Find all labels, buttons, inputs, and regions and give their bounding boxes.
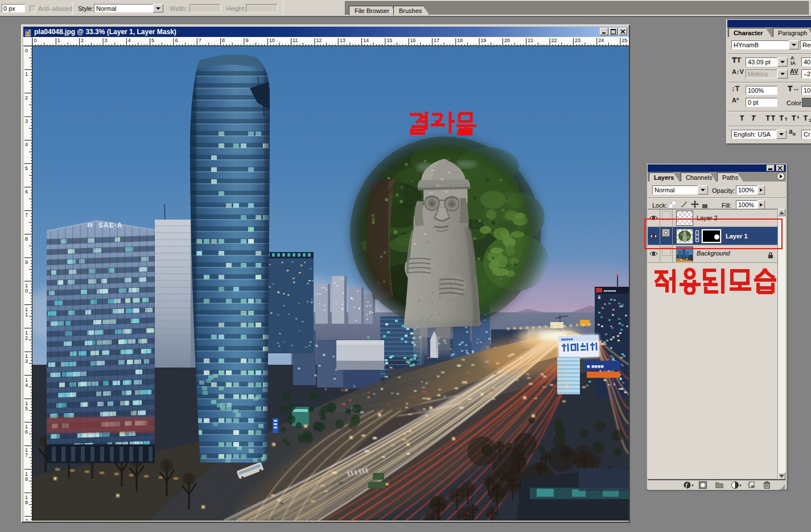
svg-text:3: 3: [105, 38, 108, 43]
svg-text:0: 0: [34, 38, 37, 43]
svg-text:3: 3: [25, 118, 28, 124]
svg-text:6: 6: [25, 429, 28, 435]
svg-text:4: 4: [25, 142, 28, 147]
svg-text:1: 1: [25, 71, 28, 77]
svg-text:15: 15: [386, 38, 392, 43]
svg-text:21: 21: [528, 38, 533, 43]
svg-text:0: 0: [25, 288, 28, 294]
svg-text:6: 6: [25, 189, 28, 195]
svg-text:2: 2: [25, 335, 28, 341]
svg-text:7: 7: [25, 452, 28, 458]
svg-text:2: 2: [25, 95, 28, 101]
svg-text:16: 16: [410, 38, 416, 43]
svg-text:25: 25: [622, 38, 628, 43]
svg-text:12: 12: [316, 38, 322, 43]
svg-text:13: 13: [340, 38, 345, 43]
svg-text:7: 7: [199, 38, 201, 43]
svg-text:23: 23: [575, 38, 581, 43]
svg-text:2: 2: [25, 518, 28, 521]
svg-text:2: 2: [81, 38, 84, 43]
svg-text:8: 8: [25, 476, 28, 482]
svg-text:8: 8: [222, 38, 225, 43]
svg-text:9: 9: [25, 259, 28, 265]
svg-text:19: 19: [481, 38, 487, 43]
svg-text:4: 4: [128, 38, 131, 43]
svg-text:17: 17: [434, 38, 439, 43]
svg-text:6: 6: [175, 38, 178, 43]
svg-text:18: 18: [457, 38, 463, 43]
svg-text:20: 20: [504, 38, 510, 43]
svg-text:5: 5: [25, 166, 28, 171]
svg-text:9: 9: [245, 38, 248, 43]
svg-text:8: 8: [25, 236, 28, 242]
svg-text:0: 0: [25, 48, 28, 53]
svg-text:5: 5: [25, 406, 28, 411]
svg-text:1: 1: [57, 38, 60, 43]
svg-text:22: 22: [551, 38, 557, 43]
svg-text:3: 3: [25, 358, 28, 364]
svg-text:4: 4: [25, 382, 28, 388]
svg-text:9: 9: [25, 500, 28, 505]
svg-text:1: 1: [25, 312, 28, 317]
svg-text:5: 5: [151, 38, 154, 43]
svg-text:14: 14: [363, 38, 369, 43]
svg-text:7: 7: [25, 212, 28, 218]
svg-text:11: 11: [293, 38, 298, 43]
svg-text:24: 24: [598, 38, 604, 43]
svg-text:10: 10: [269, 38, 275, 43]
